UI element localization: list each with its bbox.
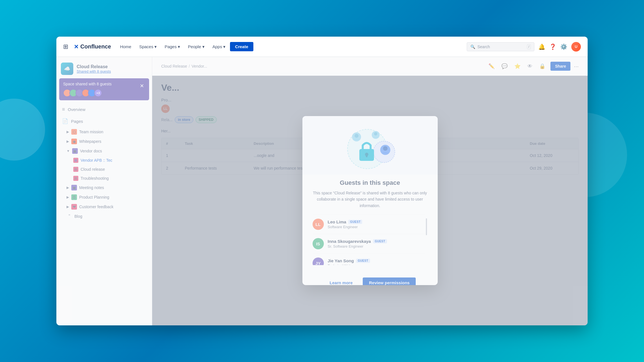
help-icon[interactable]: ❓: [549, 43, 556, 50]
breadcrumb-separator: /: [189, 64, 190, 68]
vendor-docs-label: Vendor docs: [80, 149, 102, 153]
guest-info-inna: Inna Skougarevskaya GUEST Sr. Software E…: [328, 239, 387, 248]
guest-banner-title: Space shared with 8 guests: [63, 82, 112, 86]
sidebar-overview[interactable]: ≡ Overview: [59, 104, 150, 115]
sidebar-tree: ▶ ⬡ Team mission ▶ ◉ Whitepapers ▼ ◼ Ven…: [56, 127, 152, 221]
space-guests-link[interactable]: Shared with 8 guests: [77, 69, 111, 74]
grid-icon[interactable]: ⊞: [63, 43, 68, 50]
tree-product-planning[interactable]: ▶ 🗓 Product Planning: [59, 192, 150, 202]
nav-spaces[interactable]: Spaces ▾: [136, 43, 160, 51]
pages-label: Pages: [71, 119, 83, 124]
logo-text: Confluence: [80, 43, 111, 50]
page-header: Cloud Release / Vendor... ✏️ 💬 ⭐ 👁 🔒 Sha…: [152, 57, 588, 76]
guest-avatar-4: [82, 89, 90, 97]
nav-pages[interactable]: Pages ▾: [161, 43, 183, 51]
modal-illustration: [302, 116, 438, 175]
tree-vendor-docs[interactable]: ▼ ◼ Vendor docs: [59, 146, 150, 156]
create-button[interactable]: Create: [230, 42, 253, 51]
guest-role-leo: Software Engineer: [328, 225, 362, 229]
guest-avatar-2: [69, 89, 77, 97]
svg-point-0: [348, 129, 387, 169]
whitepapers-label: Whitepapers: [79, 139, 101, 144]
share-button[interactable]: Share: [550, 62, 570, 71]
learn-more-button[interactable]: Learn more: [324, 277, 358, 285]
product-planning-label: Product Planning: [79, 195, 109, 199]
guest-name-jie: Jie Yan Song: [328, 258, 354, 263]
breadcrumb: Cloud Release / Vendor...: [161, 64, 207, 68]
space-avatar-icon: ☁️: [64, 66, 70, 72]
customer-feedback-label: Customer feedback: [79, 205, 113, 209]
sidebar-pages[interactable]: 📄 Pages: [59, 115, 150, 127]
troubleshooting-icon: ⊞: [73, 176, 78, 181]
svg-rect-4: [366, 154, 368, 157]
search-bar[interactable]: 🔍 Search /: [467, 42, 534, 51]
tree-team-mission[interactable]: ▶ ⬡ Team mission: [59, 127, 150, 137]
chevron-icon: ▶: [67, 205, 69, 209]
table-row: 1 ...oogle and Oct 12, 2020: [161, 149, 578, 162]
guest-info-jie: Jie Yan Song GUEST Technical Writer: [328, 258, 370, 265]
tree-troubleshooting[interactable]: ⊞ Troubleshooting: [59, 174, 150, 183]
guest-name-inna: Inna Skougarevskaya: [328, 239, 371, 244]
contributor-avatars: LL: [161, 105, 170, 113]
meeting-notes-label: Meeting notes: [79, 185, 104, 190]
product-planning-icon: 🗓: [71, 194, 77, 200]
confluence-logo-icon: ✕: [74, 43, 79, 50]
svg-point-6: [355, 134, 358, 138]
modal-footer: Learn more Review permissions: [302, 273, 438, 285]
team-mission-icon: ⬡: [71, 129, 77, 135]
guest-name-leo: Leo Lima: [328, 219, 346, 224]
top-navigation: ⊞ ✕ Confluence Home Spaces ▾ Pages ▾ Peo…: [56, 37, 588, 57]
guest-avatar-more: +3: [94, 89, 102, 97]
vendor-docs-icon: ◼: [72, 148, 78, 154]
guests-illustration: [339, 125, 401, 170]
space-avatar: ☁️: [61, 63, 73, 75]
modal-title: Guests in this space: [313, 179, 428, 186]
guest-avatar-jie: JY: [313, 257, 324, 265]
page-actions: ✏️ 💬 ⭐ 👁 🔒 Share ···: [487, 61, 579, 71]
row1-task: [180, 149, 249, 162]
cloud-release-icon: ⊞: [73, 167, 78, 172]
bg-circle-left: [0, 99, 45, 161]
star-button[interactable]: ⭐: [513, 61, 522, 71]
guest-banner-close-button[interactable]: ✕: [139, 82, 145, 90]
restrict-button[interactable]: 🔒: [537, 61, 547, 71]
breadcrumb-page: Vendor...: [192, 64, 207, 68]
nav-apps[interactable]: Apps ▾: [209, 43, 229, 51]
whitepapers-icon: ◉: [71, 139, 77, 144]
guests-modal: Guests in this space This space “Cloud R…: [302, 116, 438, 285]
settings-icon[interactable]: ⚙️: [560, 43, 567, 50]
tree-meeting-notes[interactable]: ▶ ◼ Meeting notes: [59, 183, 150, 192]
row2-task: Performance tests: [180, 162, 249, 175]
col-desc: Description: [249, 138, 525, 149]
overview-label: Overview: [68, 107, 86, 112]
tree-customer-feedback[interactable]: ▶ ❤ Customer feedback: [59, 202, 150, 212]
search-icon: 🔍: [470, 45, 475, 49]
svg-point-8: [374, 132, 377, 136]
guest-banner-avatars: +3: [63, 89, 112, 97]
tree-vendor-apb[interactable]: ⊞ Vendor APB :: Tec: [59, 156, 150, 165]
breadcrumb-space: Cloud Release: [161, 64, 187, 68]
nav-home[interactable]: Home: [117, 43, 135, 51]
review-permissions-button[interactable]: Review permissions: [363, 277, 416, 285]
requirements-table: # Task Description Due date 1 ...oogle a…: [161, 138, 579, 175]
modal-description: This space “Cloud Release” is shared wit…: [313, 190, 428, 209]
user-avatar[interactable]: U: [571, 42, 581, 52]
svg-rect-2: [359, 149, 374, 161]
confluence-logo[interactable]: ✕ Confluence: [74, 43, 111, 50]
watch-button[interactable]: 👁: [526, 62, 534, 71]
edit-button[interactable]: ✏️: [487, 61, 496, 71]
status-instore: in store: [175, 116, 193, 123]
tree-cloud-release[interactable]: ⊞ Cloud release: [59, 165, 150, 174]
notification-icon[interactable]: 🔔: [538, 43, 545, 50]
sidebar-nav: ≡ Overview 📄 Pages: [56, 104, 152, 127]
col-num: #: [161, 138, 180, 149]
status-shipped: SHIPPED: [196, 116, 217, 123]
comment-button[interactable]: 💬: [500, 61, 509, 71]
nav-people[interactable]: People ▾: [185, 43, 208, 51]
tree-blog[interactable]: " Blog: [59, 212, 150, 221]
guest-badge-jie: GUEST: [356, 259, 370, 263]
scrollbar-thumb: [426, 218, 427, 235]
page-body: Ve... Pro... LL Rela... in store SHIPPED…: [152, 76, 588, 325]
more-options-button[interactable]: ···: [574, 63, 579, 70]
tree-whitepapers[interactable]: ▶ ◉ Whitepapers: [59, 137, 150, 146]
